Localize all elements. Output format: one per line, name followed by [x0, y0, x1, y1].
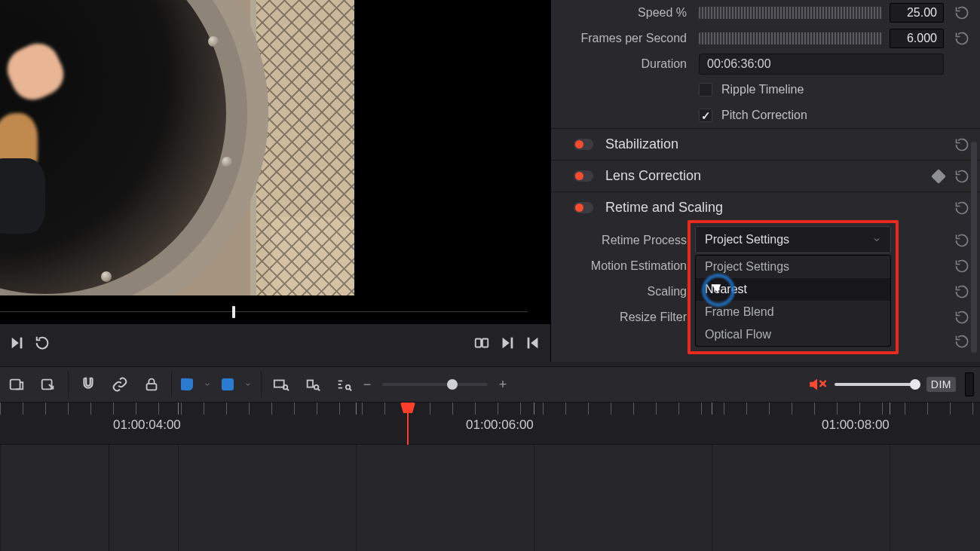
timeline-toolbar: − + DIM: [0, 366, 980, 403]
link-icon[interactable]: [109, 374, 130, 395]
match-frame-icon[interactable]: [469, 330, 495, 356]
svg-rect-4: [528, 338, 530, 349]
reset-icon[interactable]: [954, 137, 969, 152]
speed-slider[interactable]: [699, 7, 882, 19]
mute-icon[interactable]: [807, 375, 827, 394]
resize-filter-label: Resize Filter: [551, 311, 699, 324]
zoom-slider[interactable]: − +: [361, 377, 509, 393]
ripple-label: Ripple Timeline: [721, 83, 804, 96]
audio-meter: [965, 372, 974, 396]
section-lens-correction[interactable]: Lens Correction: [551, 160, 980, 191]
section-title: Stabilization: [605, 136, 678, 152]
scaling-label: Scaling: [551, 285, 699, 298]
timecode-label: 01:00:06:00: [466, 418, 534, 433]
volume-thumb[interactable]: [910, 379, 920, 390]
svg-rect-10: [308, 381, 313, 387]
transport-bar: [0, 324, 550, 362]
fps-row: Frames per Second 6.000: [551, 26, 980, 51]
step-back-icon[interactable]: [520, 330, 546, 356]
dropdown-selected-label: Project Settings: [705, 233, 789, 246]
svg-rect-8: [274, 381, 284, 387]
jog-handle[interactable]: [232, 306, 235, 318]
pitch-row: Pitch Correction: [551, 103, 980, 128]
keyframe-icon[interactable]: [931, 169, 946, 184]
pitch-checkbox[interactable]: [699, 109, 712, 122]
dim-button[interactable]: DIM: [926, 377, 956, 392]
timecode-label: 01:00:08:00: [822, 418, 890, 433]
svg-rect-6: [42, 380, 52, 390]
timecode-label: 01:00:04:00: [113, 418, 181, 433]
svg-rect-0: [20, 338, 23, 349]
volume-slider[interactable]: [835, 383, 917, 386]
selection-tool-icon[interactable]: [6, 374, 27, 395]
toggle-icon[interactable]: [574, 170, 593, 182]
loop-icon[interactable]: [30, 330, 56, 356]
cursor-icon: [714, 281, 724, 296]
duration-row: Duration 00:06:36:00: [551, 51, 980, 77]
zoom-detail-icon[interactable]: [302, 374, 323, 395]
toggle-icon[interactable]: [574, 139, 593, 150]
reset-icon[interactable]: [954, 259, 969, 274]
zoom-thumb[interactable]: [447, 379, 458, 390]
dropdown-option-optical-flow[interactable]: Optical Flow: [696, 323, 890, 346]
section-stabilization[interactable]: Stabilization: [551, 128, 980, 160]
reset-icon[interactable]: [954, 310, 969, 325]
fps-label: Frames per Second: [551, 32, 699, 45]
chevron-down-icon[interactable]: [244, 381, 252, 388]
lock-icon[interactable]: [141, 374, 162, 395]
motion-estimation-label: Motion Estimation: [551, 259, 699, 273]
speed-value[interactable]: 25.00: [890, 3, 944, 23]
chevron-down-icon: [872, 235, 881, 244]
section-title: Lens Correction: [605, 168, 701, 184]
jog-bar[interactable]: [0, 305, 528, 320]
flag-marker-icon[interactable]: [181, 378, 193, 391]
retime-process-dropdown: Project Settings Project Settings Neares…: [688, 220, 899, 354]
preview-frame: [0, 0, 354, 295]
section-title: Retime and Scaling: [605, 200, 723, 216]
ripple-row: Ripple Timeline: [551, 77, 980, 103]
reset-icon[interactable]: [954, 31, 969, 46]
svg-rect-1: [476, 339, 481, 347]
clip-marker-icon[interactable]: [222, 378, 234, 390]
next-frame-icon[interactable]: [5, 330, 30, 356]
reset-icon[interactable]: [954, 334, 969, 349]
svg-rect-7: [147, 384, 157, 390]
reset-icon[interactable]: [954, 284, 969, 299]
timeline-ruler[interactable]: 01:00:04:00 01:00:06:00 01:00:08:00: [0, 403, 980, 445]
reset-icon[interactable]: [954, 5, 969, 20]
reset-icon[interactable]: [954, 233, 969, 248]
ripple-checkbox[interactable]: [699, 83, 712, 96]
duration-label: Duration: [551, 57, 699, 71]
section-retime-scaling[interactable]: Retime and Scaling: [551, 191, 980, 223]
step-forward-icon[interactable]: [495, 330, 520, 356]
dropdown-selected[interactable]: Project Settings: [695, 226, 891, 253]
insert-tool-icon[interactable]: [38, 374, 59, 395]
dropdown-list: Project Settings Nearest Frame Blend Opt…: [695, 255, 891, 347]
reset-icon[interactable]: [954, 169, 969, 184]
timeline-tracks[interactable]: [0, 445, 980, 551]
speed-row: Speed % 25.00: [551, 0, 980, 26]
dropdown-option-nearest[interactable]: Nearest: [696, 278, 890, 301]
zoom-full-icon[interactable]: [271, 374, 292, 395]
fps-slider[interactable]: [699, 32, 882, 44]
speed-label: Speed %: [551, 6, 699, 20]
svg-rect-3: [511, 338, 513, 349]
pitch-label: Pitch Correction: [721, 109, 807, 122]
reset-icon[interactable]: [954, 201, 969, 216]
duration-value[interactable]: 00:06:36:00: [699, 54, 944, 75]
svg-rect-2: [482, 339, 488, 347]
svg-rect-5: [11, 380, 20, 390]
snap-icon[interactable]: [78, 374, 99, 395]
zoom-in-icon[interactable]: +: [497, 377, 509, 393]
zoom-custom-icon[interactable]: [334, 374, 355, 395]
zoom-out-icon[interactable]: −: [361, 377, 373, 393]
fps-value[interactable]: 6.000: [890, 29, 944, 48]
chevron-down-icon[interactable]: [204, 381, 211, 388]
toggle-icon[interactable]: [574, 202, 593, 213]
viewer: [0, 0, 550, 324]
inspector-scrollbar[interactable]: [971, 142, 977, 353]
retime-process-label: Retime Process: [551, 234, 699, 247]
